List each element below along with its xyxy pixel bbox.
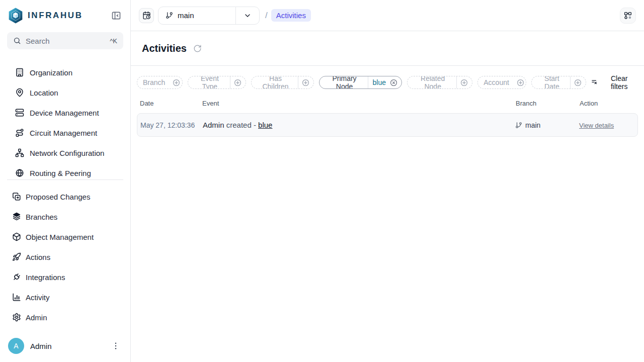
chevron-down-icon	[244, 12, 252, 20]
sidebar-item-label: Branches	[26, 213, 57, 221]
kebab-icon	[111, 341, 120, 350]
filter-chip-event-type[interactable]: Event Type	[188, 76, 246, 89]
remove-filter-button[interactable]	[389, 76, 401, 88]
refresh-button[interactable]	[193, 44, 202, 53]
event-object-link[interactable]: blue	[258, 121, 272, 129]
sidebar-divider	[7, 179, 123, 180]
column-header-event: Event	[202, 100, 516, 107]
clear-filters-label: Clear filters	[602, 74, 636, 90]
event-verb: created -	[226, 121, 256, 129]
plus-circle-icon	[234, 79, 242, 86]
row-branch-name: main	[525, 121, 540, 129]
sidebar-item-proposed-changes[interactable]: Proposed Changes	[0, 187, 130, 207]
row-branch: main	[515, 121, 579, 129]
topbar: main / Activities	[131, 0, 644, 31]
sidebar: INFRAHUB Search ^K Organization Location	[0, 0, 131, 362]
sidebar-item-admin[interactable]: Admin	[0, 307, 130, 327]
search-placeholder: Search	[26, 37, 105, 45]
add-filter-button[interactable]	[230, 76, 246, 88]
add-filter-button[interactable]	[169, 76, 183, 88]
filters-bar: Branch Event Type Has Children	[131, 66, 644, 90]
sidebar-item-actions[interactable]: Actions	[0, 247, 130, 267]
filter-chip-label: Event Type	[188, 76, 229, 88]
sidebar-item-network-configuration[interactable]: Network Configuration	[0, 143, 130, 163]
plus-circle-icon	[460, 79, 468, 86]
sidebar-item-label: Location	[30, 88, 58, 97]
row-event: Admin created - blue	[203, 121, 515, 129]
row-date: May 27, 12:03:36	[137, 121, 203, 129]
view-details-link[interactable]: View details	[579, 122, 614, 129]
breadcrumb-activities[interactable]: Activities	[271, 9, 311, 22]
user-menu-button[interactable]	[109, 339, 122, 352]
sidebar-item-circuit-management[interactable]: Circuit Management	[0, 123, 130, 143]
search-input[interactable]: Search ^K	[7, 32, 123, 49]
box-icon	[12, 232, 21, 241]
filter-chip-account[interactable]: Account	[477, 76, 526, 89]
add-filter-button[interactable]	[457, 76, 472, 88]
plus-circle-icon	[173, 79, 180, 86]
filter-chip-label: Branch	[137, 76, 169, 88]
gear-icon	[12, 313, 21, 322]
sidebar-item-object-management[interactable]: Object Management	[0, 227, 130, 247]
sidebar-item-label: Activity	[26, 293, 50, 302]
building-icon	[15, 68, 24, 77]
clear-filters-button[interactable]: Clear filters	[591, 74, 638, 90]
avatar-initial: A	[14, 342, 18, 350]
filter-chip-label: Account	[478, 76, 513, 88]
main-area: main / Activities Activities	[131, 0, 644, 362]
user-menu: A Admin	[0, 331, 130, 362]
sidebar-item-integrations[interactable]: Integrations	[0, 267, 130, 287]
sidebar-item-activity[interactable]: Activity	[0, 287, 130, 307]
bar-chart-icon	[12, 293, 21, 302]
refresh-icon	[193, 44, 202, 53]
globe-icon	[15, 168, 24, 177]
schema-icon	[623, 11, 632, 20]
sidebar-item-label: Actions	[26, 253, 50, 261]
add-filter-button[interactable]	[571, 76, 586, 88]
sidebar-nav-primary: Organization Location Device Management …	[0, 62, 130, 179]
branch-selector-value: main	[158, 7, 235, 24]
filter-chip-label: Has Children	[252, 76, 298, 88]
infrahub-logo[interactable]: INFRAHUB	[8, 7, 83, 24]
time-travel-button[interactable]	[139, 8, 154, 23]
collapse-sidebar-button[interactable]	[110, 10, 122, 22]
page-header: Activities	[131, 31, 644, 66]
table-row[interactable]: May 27, 12:03:36 Admin created - blue ma…	[137, 113, 638, 137]
branch-name: main	[178, 11, 194, 20]
sidebar-item-label: Network Configuration	[30, 149, 104, 157]
column-header-action: Action	[580, 100, 638, 107]
plug-icon	[12, 273, 21, 282]
page-title: Activities	[142, 43, 187, 54]
sidebar-item-label: Circuit Management	[30, 129, 97, 137]
filter-chip-has-children[interactable]: Has Children	[251, 76, 314, 89]
sidebar-item-branches[interactable]: Branches	[0, 207, 130, 227]
brand-name: INFRAHUB	[28, 11, 83, 21]
sidebar-item-label: Proposed Changes	[26, 193, 90, 201]
sidebar-item-routing-peering[interactable]: Routing & Peering	[0, 163, 130, 179]
filter-chip-start-date[interactable]: Start Date	[531, 76, 586, 89]
route-icon	[15, 128, 24, 137]
sidebar-item-organization[interactable]: Organization	[0, 62, 130, 82]
event-actor: Admin	[203, 121, 224, 129]
branch-selector[interactable]: main	[158, 7, 260, 25]
sidebar-item-label: Organization	[30, 68, 72, 77]
filter-chip-branch[interactable]: Branch	[137, 76, 183, 89]
git-branch-icon	[515, 122, 522, 129]
add-filter-button[interactable]	[513, 76, 527, 88]
infrahub-logo-icon	[8, 7, 23, 24]
filter-chip-label: Primary Node	[319, 76, 367, 88]
column-header-branch: Branch	[516, 100, 580, 107]
sidebar-item-device-management[interactable]: Device Management	[0, 103, 130, 123]
add-filter-button[interactable]	[298, 76, 313, 88]
schema-visualizer-button[interactable]	[620, 8, 636, 24]
avatar[interactable]: A	[8, 338, 24, 354]
plus-circle-icon	[302, 79, 309, 86]
breadcrumb-separator: /	[265, 11, 268, 21]
branch-selector-caret[interactable]	[236, 7, 259, 24]
plus-circle-icon	[517, 79, 524, 86]
search-shortcut: ^K	[110, 37, 117, 45]
sidebar-item-location[interactable]: Location	[0, 82, 130, 103]
filter-chip-related-node[interactable]: Related Node	[407, 76, 472, 89]
filter-chip-primary-node[interactable]: Primary Node blue	[319, 76, 402, 89]
filter-x-icon	[591, 78, 599, 86]
